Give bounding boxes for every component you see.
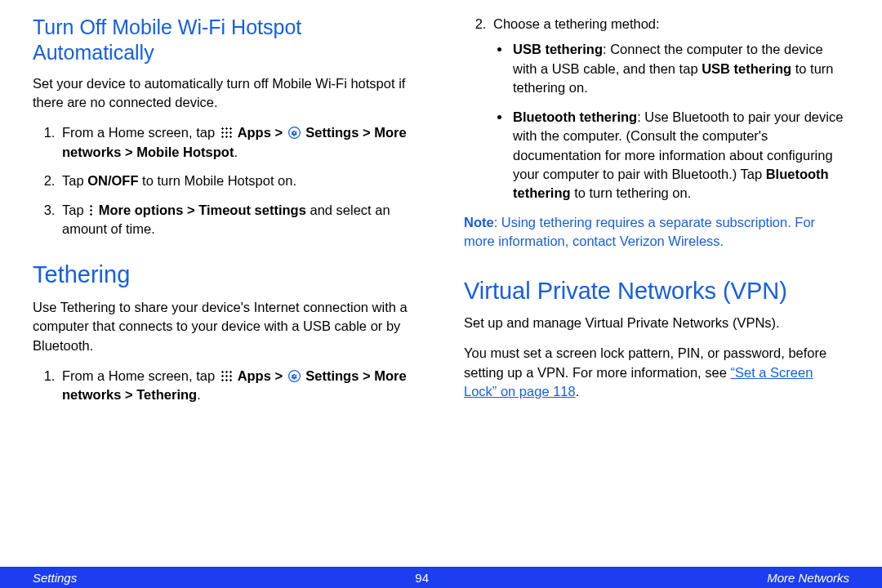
step3-b: More options > Timeout settings: [95, 203, 306, 217]
step-2: Tap ON/OFF to turn Mobile Hotspot on.: [59, 172, 418, 190]
apps-icon: [220, 370, 233, 382]
step1-text-a: From a Home screen, tap: [62, 125, 219, 140]
auto-off-steps: From a Home screen, tap Apps > Settings …: [33, 123, 418, 238]
page-number: 94: [415, 571, 429, 585]
usb-a: USB tethering: [513, 42, 603, 56]
page-footer: Settings 94 More Networks: [0, 567, 882, 588]
bt-a: Bluetooth tethering: [513, 109, 637, 124]
step2-a: Tap: [62, 173, 87, 188]
method-bluetooth: Bluetooth tethering: Use Bluetooth to pa…: [511, 108, 849, 203]
vpn-desc-2: You must set a screen lock pattern, PIN,…: [464, 344, 849, 401]
auto-off-desc: Set your device to automatically turn of…: [33, 74, 418, 113]
more-options-icon: [89, 204, 93, 216]
tethering-note: Note: Using tethering requires a separat…: [464, 213, 849, 252]
apps-icon: [220, 127, 233, 139]
left-column: Turn Off Mobile Wi-Fi Hotspot Automatica…: [33, 15, 418, 588]
tethering-steps: From a Home screen, tap Apps > Settings …: [33, 367, 418, 405]
document-page: Turn Off Mobile Wi-Fi Hotspot Automatica…: [0, 0, 882, 588]
settings-icon: [288, 370, 301, 382]
usb-c: USB tethering: [702, 61, 791, 76]
heading-auto-off: Turn Off Mobile Wi-Fi Hotspot Automatica…: [33, 15, 418, 66]
step-1: From a Home screen, tap Apps > Settings …: [59, 123, 418, 162]
vpn-desc-1: Set up and manage Virtual Private Networ…: [464, 314, 849, 332]
right-column: Choose a tethering method: USB tethering…: [464, 15, 849, 588]
settings-icon: [288, 127, 301, 139]
method-usb: USB tethering: Connect the computer to t…: [511, 40, 849, 97]
step1-apps: Apps >: [234, 125, 287, 140]
vpn-p2-b: .: [576, 384, 580, 399]
tethering-methods: USB tethering: Connect the computer to t…: [493, 40, 849, 203]
footer-right: More Networks: [767, 571, 849, 585]
tethering-steps-cont: Choose a tethering method: USB tethering…: [464, 15, 849, 203]
step3-a: Tap: [62, 203, 87, 217]
step1-end: .: [234, 145, 238, 159]
tether-step-1: From a Home screen, tap Apps > Settings …: [59, 367, 418, 405]
t2-text: Choose a tethering method:: [493, 16, 660, 31]
footer-left: Settings: [33, 571, 77, 585]
t1-apps: Apps >: [234, 368, 287, 383]
tether-step-2: Choose a tethering method: USB tethering…: [490, 15, 849, 203]
heading-vpn: Virtual Private Networks (VPN): [464, 276, 849, 305]
t1-a: From a Home screen, tap: [62, 368, 219, 383]
note-label: Note: [464, 215, 494, 229]
step2-c: to turn Mobile Hotspot on.: [139, 173, 297, 188]
t1-end: .: [197, 387, 201, 402]
bt-d: to turn tethering on.: [571, 185, 692, 200]
note-body: : Using tethering requires a separate su…: [464, 215, 815, 248]
tethering-desc: Use Tethering to share your device's Int…: [33, 298, 418, 355]
step2-b: ON/OFF: [87, 173, 138, 188]
step-3: Tap More options > Timeout settings and …: [59, 201, 418, 239]
heading-tethering: Tethering: [33, 260, 418, 289]
